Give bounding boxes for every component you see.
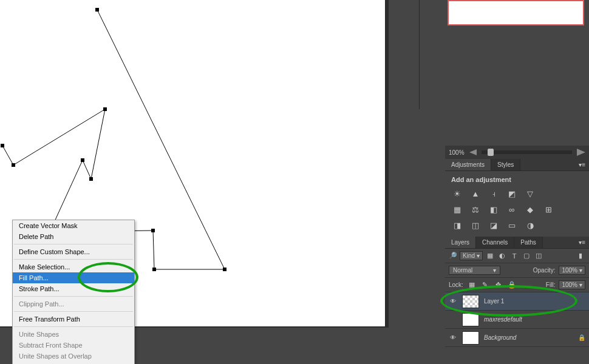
vibrance-icon[interactable]: ▽ xyxy=(524,188,536,199)
posterize-icon[interactable]: ◫ xyxy=(469,220,482,231)
menu-item: Unite Shapes xyxy=(13,329,134,340)
path-anchor-point[interactable] xyxy=(151,229,155,232)
filter-toggle-icon[interactable]: ▮ xyxy=(576,252,585,260)
svg-marker-0 xyxy=(469,149,477,155)
menu-separator xyxy=(14,311,133,312)
filter-search-icon[interactable]: 🔎 xyxy=(449,252,457,260)
filter-adjustment-icon[interactable]: ◐ xyxy=(497,252,507,260)
menu-item: Unite Shapes at Overlap xyxy=(13,351,134,362)
tab-styles[interactable]: Styles xyxy=(491,159,520,170)
adjustments-body: Add an adjustment ☀ ▲ ⫞ ◩ ▽ ▦ ⚖ ◧ ∞ ◆ ⊞ … xyxy=(445,171,589,235)
path-anchor-point[interactable] xyxy=(89,177,93,181)
layer-row[interactable]: 👁Background🔒 xyxy=(445,329,589,347)
zoom-out-triangle-icon[interactable] xyxy=(469,149,477,155)
path-anchor-point[interactable] xyxy=(1,144,4,147)
lock-icon: 🔒 xyxy=(578,334,585,341)
filter-type-icon[interactable]: T xyxy=(509,252,519,260)
lock-position-icon[interactable]: ✥ xyxy=(494,281,503,289)
menu-item: Clipping Path... xyxy=(13,298,134,309)
menu-item[interactable]: Stroke Path... xyxy=(13,283,134,294)
menu-item[interactable]: Make Selection... xyxy=(13,261,134,272)
hue-saturation-icon[interactable]: ▦ xyxy=(451,204,463,215)
fill-value[interactable]: 100%▾ xyxy=(559,280,585,289)
layer-list: 👁Layer 1maxresdefault👁Background🔒 xyxy=(445,292,589,347)
adjustments-hint: Add an adjustment xyxy=(451,176,511,183)
menu-item[interactable]: Free Transform Path xyxy=(13,314,134,325)
layer-thumbnail[interactable] xyxy=(462,331,479,345)
blend-mode-select[interactable]: Normal▾ xyxy=(449,266,500,275)
path-anchor-point[interactable] xyxy=(12,163,15,167)
opacity-value[interactable]: 100%▾ xyxy=(559,266,585,275)
tab-adjustments[interactable]: Adjustments xyxy=(445,159,491,170)
path-anchor-point[interactable] xyxy=(152,268,156,271)
lock-all-icon[interactable]: 🔒 xyxy=(507,281,517,289)
path-anchor-point[interactable] xyxy=(95,8,99,12)
curves-icon[interactable]: ⫞ xyxy=(488,188,500,199)
tab-layers[interactable]: Layers xyxy=(445,237,476,248)
filter-kind-select[interactable]: Kind▾ xyxy=(460,251,483,260)
adjustments-icon-row-2: ▦ ⚖ ◧ ∞ ◆ ⊞ xyxy=(451,204,583,215)
tab-channels[interactable]: Channels xyxy=(476,237,514,248)
threshold-icon[interactable]: ◪ xyxy=(488,220,500,231)
lock-transparency-icon[interactable]: ▦ xyxy=(467,281,477,289)
tab-paths[interactable]: Paths xyxy=(514,237,543,248)
visibility-eye-icon[interactable]: 👁 xyxy=(449,298,457,305)
panel-menu-icon[interactable]: ▾≡ xyxy=(575,159,589,170)
filter-shape-icon[interactable]: ▢ xyxy=(522,252,531,260)
layer-name[interactable]: Layer 1 xyxy=(484,298,585,305)
layer-thumbnail[interactable] xyxy=(462,295,479,308)
menu-item: Subtract Front Shape xyxy=(13,340,134,351)
layer-name[interactable]: Background xyxy=(484,334,573,341)
svg-marker-1 xyxy=(577,149,585,156)
channel-mixer-icon[interactable]: ◆ xyxy=(524,204,536,215)
lock-label: Lock: xyxy=(449,281,463,288)
levels-icon[interactable]: ▲ xyxy=(469,188,482,199)
menu-item: Subtract Shapes at Overlap xyxy=(13,362,134,364)
filter-pixel-icon[interactable]: ▦ xyxy=(485,252,495,260)
path-anchor-point[interactable] xyxy=(81,158,84,162)
gradient-map-icon[interactable]: ▭ xyxy=(506,220,518,231)
brightness-contrast-icon[interactable]: ☀ xyxy=(451,188,463,199)
visibility-eye-icon[interactable]: 👁 xyxy=(449,334,457,341)
photo-filter-icon[interactable]: ∞ xyxy=(506,204,518,215)
selective-color-icon[interactable]: ◑ xyxy=(524,220,536,231)
menu-item[interactable]: Delete Path xyxy=(13,231,134,242)
zoom-slider[interactable] xyxy=(482,150,572,154)
layer-thumbnail[interactable] xyxy=(462,313,479,326)
blend-mode-row: Normal▾ Opacity: 100%▾ xyxy=(445,263,589,278)
layer-filter-row: 🔎 Kind▾ ▦ ◐ T ▢ ◫ ▮ xyxy=(445,249,589,263)
adjustments-icon-row-3: ◨ ◫ ◪ ▭ ◑ xyxy=(451,220,583,231)
filter-smart-icon[interactable]: ◫ xyxy=(534,252,543,260)
navigator-thumbnail[interactable] xyxy=(448,0,584,25)
zoom-percent: 100% xyxy=(449,149,465,156)
zoom-in-triangle-icon[interactable] xyxy=(577,149,585,156)
menu-item[interactable]: Fill Path... xyxy=(13,272,134,283)
menu-separator xyxy=(14,244,133,244)
menu-item[interactable]: Create Vector Mask xyxy=(13,220,134,231)
panel-menu-icon[interactable]: ▾≡ xyxy=(575,237,589,248)
path-anchor-point[interactable] xyxy=(103,107,107,111)
path-context-menu[interactable]: Create Vector MaskDelete PathDefine Cust… xyxy=(12,220,135,364)
color-balance-icon[interactable]: ⚖ xyxy=(469,204,482,215)
adjustments-icon-row-1: ☀ ▲ ⫞ ◩ ▽ xyxy=(451,188,583,199)
invert-icon[interactable]: ◨ xyxy=(451,220,463,231)
zoom-slider-knob[interactable] xyxy=(488,149,494,156)
zoom-slider-row: 100% xyxy=(445,146,589,159)
layers-tabbar: Layers Channels Paths ▾≡ xyxy=(445,237,589,249)
menu-separator xyxy=(14,296,133,297)
lock-row: Lock: ▦ ✎ ✥ 🔒 Fill: 100%▾ xyxy=(445,278,589,292)
menu-separator xyxy=(14,259,133,260)
layer-name[interactable]: maxresdefault xyxy=(484,316,585,323)
path-anchor-point[interactable] xyxy=(223,268,226,271)
layer-row[interactable]: 👁Layer 1 xyxy=(445,292,589,311)
menu-item[interactable]: Define Custom Shape... xyxy=(13,246,134,257)
layer-row[interactable]: maxresdefault xyxy=(445,311,589,329)
black-white-icon[interactable]: ◧ xyxy=(488,204,500,215)
adjustments-panel: Adjustments Styles ▾≡ Add an adjustment … xyxy=(445,159,589,235)
exposure-icon[interactable]: ◩ xyxy=(506,188,518,199)
color-lookup-icon[interactable]: ⊞ xyxy=(542,204,554,215)
menu-separator xyxy=(14,326,133,327)
lock-pixels-icon[interactable]: ✎ xyxy=(480,281,490,289)
layers-panel: Layers Channels Paths ▾≡ 🔎 Kind▾ ▦ ◐ T ▢… xyxy=(445,237,589,347)
fill-label: Fill: xyxy=(546,281,556,288)
